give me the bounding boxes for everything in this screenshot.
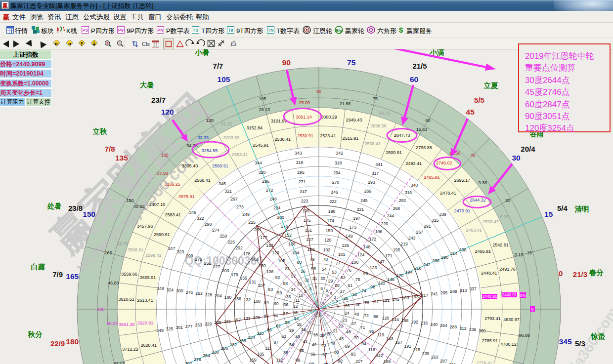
- svg-text:31.25: 31.25: [221, 121, 232, 126]
- svg-text:127: 127: [306, 237, 313, 242]
- svg-text:152: 152: [285, 233, 292, 238]
- svg-text:0%: 0%: [520, 293, 526, 298]
- svg-text:65: 65: [299, 348, 304, 353]
- svg-text:白露: 白露: [31, 263, 46, 271]
- svg-text:319: 319: [296, 160, 304, 165]
- svg-text:105: 105: [259, 96, 266, 101]
- svg-text:15: 15: [527, 250, 532, 255]
- svg-text:294: 294: [333, 170, 341, 175]
- svg-text:323: 323: [177, 249, 184, 254]
- svg-text:23: 23: [342, 318, 347, 323]
- svg-text:120: 120: [206, 118, 214, 123]
- svg-text:111: 111: [265, 346, 271, 351]
- svg-text:53.13: 53.13: [114, 361, 125, 364]
- svg-text:298: 298: [205, 222, 212, 227]
- svg-text:5: 5: [326, 288, 328, 293]
- svg-text:131: 131: [249, 280, 257, 284]
- svg-text:143: 143: [386, 336, 394, 341]
- svg-text:14: 14: [294, 316, 299, 321]
- svg-text:74: 74: [361, 288, 366, 293]
- svg-text:9: 9: [304, 289, 306, 294]
- svg-text:3.13: 3.13: [514, 252, 523, 257]
- svg-text:惊蛰: 惊蛰: [591, 332, 606, 340]
- svg-text:123: 123: [370, 265, 377, 270]
- svg-text:3254.55: 3254.55: [202, 148, 218, 153]
- svg-text:105: 105: [218, 75, 230, 83]
- svg-text:77: 77: [336, 261, 341, 266]
- svg-text:318: 318: [335, 161, 342, 165]
- svg-text:22: 22: [338, 324, 343, 328]
- svg-text:147: 147: [377, 259, 385, 264]
- svg-text:290: 290: [441, 255, 449, 260]
- svg-text:289: 289: [450, 289, 457, 294]
- svg-text:10: 10: [299, 293, 304, 298]
- svg-text:311: 311: [449, 362, 456, 364]
- svg-text:2: 2: [336, 299, 338, 304]
- svg-text:21: 21: [153, 42, 158, 47]
- svg-text:201: 201: [254, 227, 262, 232]
- svg-text:97: 97: [374, 299, 379, 304]
- svg-text:45: 45: [339, 336, 344, 341]
- svg-text:0: 0: [559, 269, 563, 278]
- svg-text:46: 46: [346, 329, 351, 334]
- svg-text:33.33: 33.33: [197, 135, 209, 140]
- svg-text:135: 135: [257, 352, 264, 357]
- svg-text:82: 82: [275, 275, 280, 280]
- svg-text:316: 316: [405, 190, 412, 195]
- svg-text:T9: T9: [228, 28, 233, 33]
- svg-text:315: 315: [432, 218, 439, 223]
- svg-text:37: 37: [283, 311, 288, 316]
- svg-text:206: 206: [221, 346, 228, 351]
- svg-text:3661.36: 3661.36: [119, 322, 135, 327]
- svg-text:2695.17: 2695.17: [454, 178, 471, 183]
- svg-text:118: 118: [368, 347, 375, 352]
- svg-text:11: 11: [295, 298, 300, 303]
- svg-text:120: 120: [161, 108, 174, 116]
- svg-text:150: 150: [83, 210, 95, 218]
- svg-text:165: 165: [104, 250, 112, 255]
- svg-text:223: 223: [301, 199, 308, 203]
- svg-text:109: 109: [253, 315, 261, 320]
- svg-text:96.88: 96.88: [519, 333, 530, 338]
- svg-text:129: 129: [272, 250, 279, 255]
- svg-text:2470.91: 2470.91: [454, 208, 471, 213]
- svg-text:199: 199: [302, 208, 309, 213]
- svg-text:64: 64: [289, 342, 294, 347]
- svg-text:266: 266: [432, 258, 439, 263]
- svg-text:267: 267: [416, 230, 424, 235]
- svg-text:60: 60: [274, 301, 279, 306]
- svg-text:340: 340: [411, 183, 418, 188]
- svg-text:40: 40: [295, 334, 300, 339]
- svg-text:341: 341: [375, 162, 383, 167]
- svg-text:191: 191: [404, 344, 411, 349]
- svg-text:38: 38: [285, 320, 290, 325]
- svg-text:317: 317: [372, 171, 379, 176]
- svg-text:193: 193: [411, 294, 419, 299]
- svg-text:196: 196: [375, 229, 383, 234]
- svg-text:立秋: 立秋: [92, 127, 108, 135]
- svg-text:198: 198: [328, 209, 336, 214]
- svg-text:78: 78: [323, 257, 328, 262]
- svg-text:288: 288: [450, 324, 457, 329]
- svg-text:249: 249: [242, 212, 250, 217]
- svg-text:51: 51: [348, 283, 352, 288]
- svg-text:42: 42: [312, 342, 317, 347]
- svg-text:59: 59: [277, 290, 282, 295]
- svg-text:225: 225: [248, 220, 256, 225]
- svg-text:145: 145: [392, 297, 399, 302]
- svg-text:287: 287: [440, 359, 447, 364]
- svg-text:2746.02: 2746.02: [436, 161, 452, 165]
- svg-text:2575.91: 2575.91: [178, 194, 195, 199]
- svg-text:157: 157: [234, 318, 241, 323]
- svg-text:5/3: 5/3: [575, 339, 585, 348]
- svg-text:248: 248: [269, 197, 277, 202]
- svg-text:297: 297: [230, 197, 238, 202]
- svg-text:2598.41: 2598.41: [145, 253, 162, 258]
- svg-text:126: 126: [324, 238, 332, 243]
- svg-text:224: 224: [273, 205, 281, 210]
- svg-text:121: 121: [383, 298, 390, 303]
- svg-text:12: 12: [293, 304, 298, 309]
- svg-text:95: 95: [369, 329, 374, 334]
- svg-text:154: 154: [251, 257, 258, 262]
- svg-text:346: 346: [189, 210, 196, 215]
